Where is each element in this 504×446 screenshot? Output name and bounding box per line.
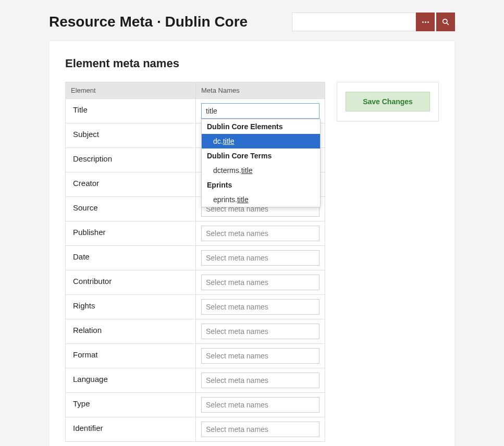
search-input[interactable] — [292, 13, 416, 31]
dropdown-item-prefix: eprints. — [213, 195, 237, 204]
sidebar: Save Changes — [337, 82, 439, 121]
panel-heading: Element meta names — [65, 57, 439, 70]
meta-select[interactable]: Select meta names — [201, 373, 319, 388]
meta-input[interactable] — [206, 107, 315, 115]
element-label: Relation — [66, 319, 196, 344]
col-header-meta: Meta Names — [196, 82, 325, 99]
element-label: Date — [66, 246, 196, 270]
table-row: PublisherSelect meta names — [66, 221, 325, 246]
element-label: Description — [66, 148, 196, 172]
meta-cell: Select meta names — [196, 270, 325, 295]
table-row: ContributorSelect meta names — [66, 270, 325, 295]
table-row: FormatSelect meta names — [66, 344, 325, 368]
panel-layout: Element Meta Names TitleDublin Core Elem… — [65, 82, 439, 442]
advanced-search-button[interactable] — [416, 13, 435, 31]
search-icon — [442, 18, 449, 26]
dropdown-item-prefix: dcterms. — [213, 166, 241, 175]
meta-select[interactable]: Select meta names — [201, 299, 319, 315]
ellipsis-icon — [422, 21, 429, 23]
element-label: Type — [66, 393, 196, 417]
meta-cell: Select meta names — [196, 344, 325, 368]
element-label: Title — [66, 99, 196, 123]
element-label: Identifier — [66, 417, 196, 442]
dropdown-item[interactable]: dcterms.title — [202, 163, 320, 178]
col-header-element: Element — [66, 82, 196, 99]
table-row: DateSelect meta names — [66, 246, 325, 270]
svg-line-1 — [447, 23, 449, 25]
meta-select[interactable]: Select meta names — [201, 250, 319, 266]
element-label: Format — [66, 344, 196, 368]
table-row: RightsSelect meta names — [66, 295, 325, 319]
meta-cell: Dublin Core Elementsdc.titleDublin Core … — [196, 99, 325, 123]
dropdown-item-match: title — [237, 195, 249, 204]
table-row: LanguageSelect meta names — [66, 368, 325, 393]
element-label: Rights — [66, 295, 196, 319]
element-label: Language — [66, 368, 196, 393]
meta-cell: Select meta names — [196, 295, 325, 319]
meta-select[interactable]: Select meta names — [201, 226, 319, 241]
elements-table-wrap: Element Meta Names TitleDublin Core Elem… — [65, 82, 325, 442]
meta-cell: Select meta names — [196, 417, 325, 442]
page-header: Resource Meta · Dublin Core — [0, 0, 504, 41]
meta-cell: Select meta names — [196, 368, 325, 393]
svg-point-0 — [443, 19, 447, 23]
dropdown-group-label: Dublin Core Terms — [202, 148, 320, 163]
table-row: IdentifierSelect meta names — [66, 417, 325, 442]
meta-select[interactable]: Select meta names — [201, 324, 319, 339]
main-panel: Element meta names Element Meta Names Ti… — [49, 41, 455, 446]
dropdown-item[interactable]: eprints.title — [202, 192, 320, 207]
element-label: Subject — [66, 123, 196, 148]
table-row: TypeSelect meta names — [66, 393, 325, 417]
meta-cell: Select meta names — [196, 221, 325, 246]
search-group — [292, 13, 455, 31]
elements-table: Element Meta Names TitleDublin Core Elem… — [65, 82, 325, 442]
element-label: Source — [66, 197, 196, 221]
dropdown-item-match: title — [241, 166, 253, 175]
dropdown-group-label: Eprints — [202, 178, 320, 192]
save-changes-button[interactable]: Save Changes — [346, 92, 430, 112]
dropdown-group-label: Dublin Core Elements — [202, 119, 320, 134]
table-row: RelationSelect meta names — [66, 319, 325, 344]
page-title: Resource Meta · Dublin Core — [49, 14, 248, 30]
element-label: Publisher — [66, 221, 196, 246]
meta-cell: Select meta names — [196, 393, 325, 417]
meta-select[interactable]: Select meta names — [201, 348, 319, 364]
search-button[interactable] — [436, 13, 455, 31]
meta-select[interactable]: Select meta names — [201, 422, 319, 437]
meta-cell: Select meta names — [196, 246, 325, 270]
element-label: Contributor — [66, 270, 196, 295]
dropdown-item-match: title — [223, 137, 235, 145]
autocomplete-dropdown: Dublin Core Elementsdc.titleDublin Core … — [201, 119, 321, 207]
dropdown-item-prefix: dc. — [213, 137, 223, 145]
meta-select[interactable]: Select meta names — [201, 397, 319, 413]
table-row: TitleDublin Core Elementsdc.titleDublin … — [66, 99, 325, 123]
meta-cell: Select meta names — [196, 319, 325, 344]
element-label: Creator — [66, 172, 196, 197]
dropdown-item[interactable]: dc.title — [202, 134, 320, 148]
meta-select[interactable] — [201, 103, 319, 119]
meta-select[interactable]: Select meta names — [201, 275, 319, 290]
